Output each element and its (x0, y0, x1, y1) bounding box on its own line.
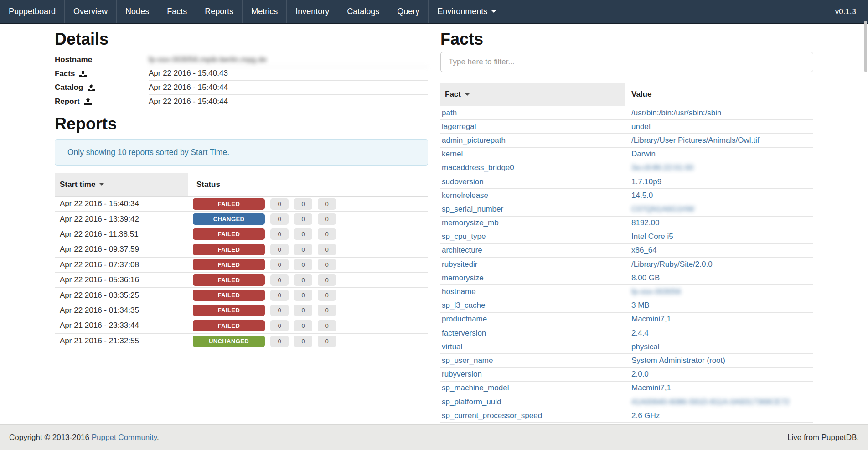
column-header-start-time[interactable]: Start time (55, 173, 188, 196)
report-count-badge: 0 (270, 198, 289, 210)
report-status-badge[interactable]: FAILED (193, 320, 265, 331)
report-row[interactable]: Apr 22 2016 - 05:36:16FAILED000 (55, 273, 428, 288)
fact-name-link[interactable]: macaddress_bridge0 (440, 163, 625, 172)
fact-value-link[interactable]: Intel Core i5 (625, 232, 813, 241)
nav-item-inventory[interactable]: Inventory (287, 0, 338, 23)
nav-item-catalogs[interactable]: Catalogs (338, 0, 388, 23)
fact-value-link[interactable]: x86_64 (625, 246, 813, 255)
nav-item-query[interactable]: Query (388, 0, 429, 23)
fact-value-link[interactable]: 3a:c9:86:22:01:00 (625, 163, 813, 172)
fact-name-link[interactable]: path (440, 109, 625, 118)
nav-item-overview[interactable]: Overview (65, 0, 117, 23)
fact-name-link[interactable]: admin_picturepath (440, 136, 625, 145)
report-row[interactable]: Apr 22 2016 - 07:37:08FAILED000 (55, 258, 428, 273)
fact-name-link[interactable]: productname (440, 315, 625, 324)
fact-row: sp_current_processor_speed2.6 GHz (440, 409, 813, 423)
fact-name-link[interactable]: sp_l3_cache (440, 301, 625, 310)
report-row[interactable]: Apr 22 2016 - 15:40:34FAILED000 (55, 197, 428, 212)
fact-value-link[interactable]: /Library/User Pictures/Animals/Owl.tif (625, 136, 813, 145)
fact-value-link[interactable]: /Library/Ruby/Site/2.0.0 (625, 260, 813, 269)
fact-value-link[interactable]: 2.6 GHz (625, 411, 813, 420)
fact-name-link[interactable]: facterversion (440, 329, 625, 338)
fact-value-link[interactable]: Macmini7,1 (625, 315, 813, 324)
footer-live-status: Live from PuppetDB. (787, 433, 859, 442)
nav-item-facts[interactable]: Facts (158, 0, 196, 23)
fact-name-link[interactable]: lagerregal (440, 122, 625, 131)
fact-value-link[interactable]: 8.00 GB (625, 274, 813, 283)
report-row[interactable]: Apr 22 2016 - 13:39:42CHANGED000 (55, 212, 428, 227)
report-status-badge[interactable]: FAILED (193, 305, 265, 316)
fact-value-link[interactable]: fp-osx-003056 (625, 287, 813, 296)
report-status-badge[interactable]: FAILED (193, 228, 265, 240)
fact-row: memorysize8.00 GB (440, 271, 813, 285)
fact-name-link[interactable]: hostname (440, 287, 625, 296)
fact-name-link[interactable]: sp_user_name (440, 356, 625, 365)
report-count-badge: 0 (318, 336, 336, 347)
report-status-badge[interactable]: FAILED (193, 244, 265, 255)
fact-name-link[interactable]: kernel (440, 150, 625, 159)
report-status-badge[interactable]: UNCHANGED (193, 336, 265, 347)
fact-name-link[interactable]: architecture (440, 246, 625, 255)
nav-item-metrics[interactable]: Metrics (243, 0, 287, 23)
report-count-badge: 0 (270, 228, 289, 240)
report-row[interactable]: Apr 21 2016 - 21:32:55UNCHANGED000 (55, 334, 428, 349)
fact-name-link[interactable]: kernelrelease (440, 191, 625, 200)
nav-item-environments[interactable]: Environments (429, 0, 505, 23)
upload-icon[interactable] (84, 98, 92, 105)
fact-name-link[interactable]: sp_machine_model (440, 383, 625, 393)
report-count-badge: 0 (318, 274, 336, 286)
report-row[interactable]: Apr 22 2016 - 03:35:25FAILED000 (55, 288, 428, 303)
report-row[interactable]: Apr 22 2016 - 11:38:51FAILED000 (55, 227, 428, 242)
report-status-badge[interactable]: FAILED (193, 274, 265, 286)
fact-value-link[interactable]: /usr/bin:/bin:/usr/sbin:/sbin (625, 109, 813, 118)
report-status-badge[interactable]: CHANGED (193, 213, 265, 225)
report-status-badge[interactable]: FAILED (193, 290, 265, 301)
fact-name-link[interactable]: memorysize (440, 274, 625, 283)
reports-table-body: Apr 22 2016 - 15:40:34FAILED000Apr 22 20… (55, 197, 428, 349)
facts-table-header: Fact Value (440, 83, 813, 106)
upload-icon[interactable] (88, 84, 95, 91)
fact-name-link[interactable]: rubyversion (440, 370, 625, 379)
fact-value-link[interactable]: 14.5.0 (625, 191, 813, 200)
report-status-badge[interactable]: FAILED (193, 259, 265, 270)
fact-value-link[interactable]: undef (625, 122, 813, 131)
fact-name-link[interactable]: sp_cpu_type (440, 232, 625, 241)
report-count-badge: 0 (318, 228, 336, 240)
column-header-value[interactable]: Value (625, 83, 813, 106)
fact-value-link[interactable]: 2.4.4 (625, 329, 813, 338)
fact-value-link[interactable]: C07QN1A6G1HW (625, 205, 813, 214)
fact-value-link[interactable]: Macmini7,1 (625, 383, 813, 393)
column-header-status[interactable]: Status (188, 173, 428, 196)
fact-value-link[interactable]: System Administrator (root) (625, 356, 813, 365)
fact-value-link[interactable]: 2.0.0 (625, 370, 813, 379)
upload-icon[interactable] (79, 70, 87, 77)
column-header-fact[interactable]: Fact (440, 83, 625, 106)
facts-filter-input[interactable] (440, 52, 813, 72)
report-start-time: Apr 22 2016 - 13:39:42 (55, 215, 188, 224)
fact-name-link[interactable]: sudoversion (440, 177, 625, 186)
nav-item-nodes[interactable]: Nodes (117, 0, 158, 23)
navbar-brand[interactable]: Puppetboard (0, 0, 65, 23)
footer-copyright: Copyright © 2013-2016 Puppet Community. (9, 433, 159, 442)
fact-name-link[interactable]: sp_serial_number (440, 205, 625, 214)
nav-item-reports[interactable]: Reports (196, 0, 243, 23)
fact-value-link[interactable]: 3 MB (625, 301, 813, 310)
fact-name-link[interactable]: memorysize_mb (440, 218, 625, 228)
fact-name-link[interactable]: virtual (440, 342, 625, 352)
fact-value-link[interactable]: 8192.00 (625, 218, 813, 228)
report-row[interactable]: Apr 22 2016 - 01:34:35FAILED000 (55, 303, 428, 318)
fact-value-link[interactable]: physical (625, 342, 813, 352)
navbar: Puppetboard OverviewNodesFactsReportsMet… (0, 0, 868, 24)
puppet-community-link[interactable]: Puppet Community (92, 433, 157, 442)
vertical-scrollbar-thumb[interactable] (864, 21, 867, 72)
fact-name-link[interactable]: sp_platform_uuid (440, 398, 625, 407)
fact-name-link[interactable]: sp_current_processor_speed (440, 411, 625, 420)
fact-value-link[interactable]: 1.7.10p9 (625, 177, 813, 186)
fact-name-link[interactable]: rubysitedir (440, 260, 625, 269)
fact-value-link[interactable]: 41A00640-6086-591D-811A-0A9317369CE72 (625, 398, 813, 407)
fact-value-link[interactable]: Darwin (625, 150, 813, 159)
report-row[interactable]: Apr 22 2016 - 09:37:59FAILED000 (55, 242, 428, 257)
report-row[interactable]: Apr 21 2016 - 23:33:44FAILED000 (55, 318, 428, 333)
fact-row: path/usr/bin:/bin:/usr/sbin:/sbin (440, 106, 813, 120)
report-status-badge[interactable]: FAILED (193, 198, 265, 210)
